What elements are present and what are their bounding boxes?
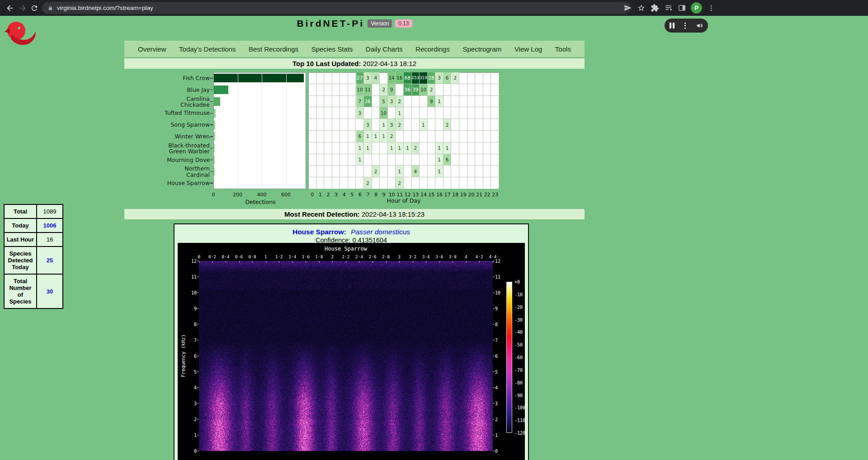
heat-cell: 6 <box>443 154 452 166</box>
heat-cell: 3 <box>364 72 372 84</box>
heat-cell: 1 <box>372 131 380 142</box>
spec-tick-mark <box>399 261 400 263</box>
heat-cell <box>316 166 325 177</box>
recent-detection-heading: Most Recent Detection: 2022-04-13 18:15:… <box>124 209 585 219</box>
heat-cell <box>483 177 491 189</box>
back-button[interactable] <box>4 2 16 14</box>
spec-time-tick: 2·6 <box>368 254 376 259</box>
spec-freq-tick-right: 0 <box>495 449 498 454</box>
spec-tick-mark <box>373 261 373 263</box>
spec-tick-mark <box>239 261 240 263</box>
spec-freq-tick-left: 2 <box>187 417 197 422</box>
heat-cell <box>428 107 436 119</box>
heat-cell <box>491 96 499 108</box>
heat-cell <box>316 96 325 108</box>
detection-panel: House Sparrow: Passer domesticus Confide… <box>174 223 529 460</box>
stats-label-total-number-of-species: Total Number of Species <box>4 274 37 308</box>
spec-tick-mark <box>466 261 467 263</box>
heat-xtick-19: 19 <box>460 192 467 198</box>
bar-axis-tick <box>210 148 213 149</box>
bar-xtick-400: 400 <box>257 192 267 198</box>
heat-cell <box>340 107 348 119</box>
heat-cell: 10 <box>356 84 364 96</box>
stats-label-today: Today <box>4 218 37 232</box>
spec-tick-mark <box>197 419 199 420</box>
heat-cell <box>491 107 499 119</box>
send-paper-plane-icon <box>623 4 632 12</box>
spec-freq-tick-left: 9 <box>187 306 197 311</box>
spec-db-tick: -120 <box>514 431 525 436</box>
spectrogram: House Sparrow Frequency (kHz) 00·20·40·6… <box>178 243 525 460</box>
heat-cell <box>475 119 483 131</box>
bar-gridline <box>286 73 287 189</box>
heat-cell <box>340 166 348 177</box>
heat-cell <box>348 131 356 142</box>
reading-list-button[interactable] <box>664 3 673 13</box>
extensions-button[interactable] <box>650 3 660 13</box>
address-bar[interactable]: virginia.birdnetpi.com/?stream=play <box>42 2 631 14</box>
heat-cell: 2 <box>396 177 404 189</box>
heat-cell <box>491 131 499 142</box>
stats-value-today-link[interactable]: 1006 <box>37 218 63 232</box>
stats-row-today: Today1006 <box>4 218 63 232</box>
heat-cell <box>459 84 467 96</box>
heat-cell <box>435 107 443 119</box>
stats-value-total-number-of-species-link[interactable]: 30 <box>37 274 63 308</box>
species-label-song-sparrow: Song Sparrow <box>165 122 210 128</box>
heat-cell <box>324 177 332 189</box>
stats-value-species-detected-today-link[interactable]: 25 <box>37 247 63 274</box>
spec-tick-mark <box>346 261 346 263</box>
heat-cell: 11 <box>364 84 372 96</box>
species-link[interactable]: House Sparrow: <box>292 228 346 236</box>
bar-gridline <box>238 73 238 189</box>
heat-cell <box>483 166 491 177</box>
send-button[interactable] <box>623 3 632 13</box>
heat-cell <box>452 96 460 108</box>
heat-cell: 3 <box>388 119 396 131</box>
heat-cell: 1 <box>356 154 364 166</box>
spec-db-tick: -20 <box>514 304 523 309</box>
spec-tick-mark <box>199 261 199 263</box>
bar-tufted-titmouse <box>214 109 216 118</box>
spec-tick-mark <box>226 261 226 263</box>
profile-avatar[interactable]: P <box>691 2 702 14</box>
heat-cell <box>404 96 412 108</box>
heat-cell <box>428 177 436 189</box>
forward-button[interactable] <box>16 2 28 14</box>
spec-tick-mark <box>493 451 495 451</box>
spec-time-tick: 1·4 <box>288 254 296 259</box>
heat-cell <box>459 154 467 166</box>
stats-table: Total1089Today1006Last Hour16Species Det… <box>4 204 63 309</box>
heat-cell <box>452 177 460 189</box>
stats-label-total: Total <box>4 204 37 218</box>
heat-cell <box>348 119 356 131</box>
bookmark-star-icon <box>637 4 646 12</box>
spec-time-tick: 3·4 <box>422 254 430 259</box>
browser-menu-button[interactable] <box>706 3 716 13</box>
bar-axis-tick <box>210 78 213 79</box>
heat-cell <box>475 154 483 166</box>
spec-db-tick: -60 <box>514 355 523 360</box>
spec-time-tick: 2 <box>331 254 334 259</box>
heat-cell <box>412 177 420 189</box>
species-label-winter-wren: Winter Wren <box>165 133 210 140</box>
heat-cell: 28 <box>428 72 436 84</box>
spec-freq-tick-left: 8 <box>187 322 197 327</box>
heat-cell <box>428 142 436 154</box>
spec-time-tick: 3·8 <box>449 254 457 259</box>
heat-xtick-1: 1 <box>319 192 322 198</box>
side-panel-button[interactable] <box>677 3 687 13</box>
heat-cell <box>380 166 388 177</box>
bookmark-button[interactable] <box>637 3 646 13</box>
heat-cell <box>475 131 483 142</box>
heat-cell: 1 <box>435 96 443 108</box>
heat-xtick-2: 2 <box>326 192 330 198</box>
stats-row-total-number-of-species: Total Number of Species30 <box>4 274 63 308</box>
scientific-name-link[interactable]: Passer domesticus <box>351 228 410 236</box>
heat-xtick-6: 6 <box>359 192 362 198</box>
heat-cell: 1 <box>364 142 372 154</box>
heat-cell <box>332 119 340 131</box>
heat-cell <box>467 96 476 108</box>
spec-time-tick: 0 <box>198 254 200 259</box>
reload-button[interactable] <box>28 2 40 14</box>
